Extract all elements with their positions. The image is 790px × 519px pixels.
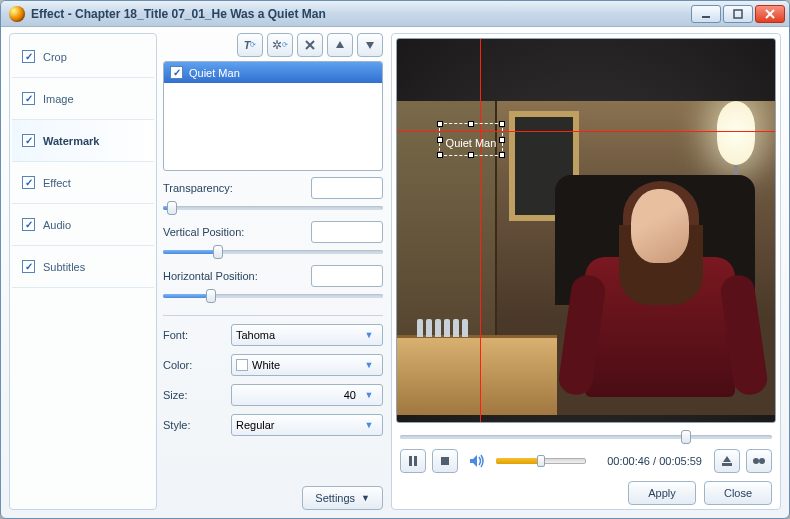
- horizontal-slider[interactable]: [163, 289, 383, 303]
- sidebar-item-label: Watermark: [43, 135, 99, 147]
- vertical-spinner[interactable]: ▲▼: [311, 221, 383, 243]
- close-button[interactable]: [755, 5, 785, 23]
- checkbox-icon[interactable]: ✓: [170, 66, 183, 79]
- close-dialog-button[interactable]: Close: [704, 481, 772, 505]
- chevron-down-icon: ▼: [360, 390, 378, 400]
- svg-marker-11: [470, 455, 477, 467]
- horizontal-position-control: Horizontal Position: ▲▼: [163, 265, 383, 303]
- scrub-slider[interactable]: [400, 430, 772, 444]
- preview-pane: Quiet Man 00:: [391, 33, 781, 510]
- transparency-control: Transparency: ▲▼: [163, 177, 383, 215]
- svg-rect-10: [441, 457, 449, 465]
- maximize-button[interactable]: [723, 5, 753, 23]
- move-up-button[interactable]: [327, 33, 353, 57]
- chevron-down-icon: ▼: [360, 330, 378, 340]
- font-combo[interactable]: Tahoma ▼: [231, 324, 383, 346]
- sidebar-item-label: Crop: [43, 51, 67, 63]
- add-image-watermark-button[interactable]: ✲⟳: [267, 33, 293, 57]
- style-value: Regular: [236, 419, 275, 431]
- svg-point-15: [759, 458, 765, 464]
- category-sidebar: ✓Crop✓Image✓Watermark✓Effect✓Audio✓Subti…: [9, 33, 157, 510]
- chevron-down-icon: ▼: [360, 420, 378, 430]
- app-icon: [9, 6, 25, 22]
- minimize-button[interactable]: [691, 5, 721, 23]
- move-down-button[interactable]: [357, 33, 383, 57]
- sidebar-item-image[interactable]: ✓Image: [12, 78, 154, 120]
- svg-rect-1: [734, 10, 742, 18]
- svg-rect-8: [409, 456, 412, 466]
- svg-point-14: [753, 458, 759, 464]
- checkbox-icon[interactable]: ✓: [22, 50, 35, 63]
- window-title: Effect - Chapter 18_Title 07_01_He Was a…: [31, 7, 691, 21]
- watermark-overlay-text: Quiet Man: [446, 137, 497, 149]
- time-total: 00:05:59: [659, 455, 702, 467]
- delete-watermark-button[interactable]: [297, 33, 323, 57]
- watermark-panel: T⟳ ✲⟳ ✓Quiet Man Transparency: ▲▼: [157, 33, 389, 510]
- svg-rect-9: [414, 456, 417, 466]
- horizontal-position-label: Horizontal Position:: [163, 270, 258, 282]
- color-label: Color:: [163, 359, 223, 371]
- horizontal-spinner[interactable]: ▲▼: [311, 265, 383, 287]
- size-label: Size:: [163, 389, 223, 401]
- sidebar-item-effect[interactable]: ✓Effect: [12, 162, 154, 204]
- add-text-watermark-button[interactable]: T⟳: [237, 33, 263, 57]
- checkbox-icon[interactable]: ✓: [22, 176, 35, 189]
- color-value: White: [252, 359, 280, 371]
- vertical-position-control: Vertical Position: ▲▼: [163, 221, 383, 259]
- checkbox-icon[interactable]: ✓: [22, 134, 35, 147]
- color-row: Color: White ▼: [163, 354, 383, 376]
- checkbox-icon[interactable]: ✓: [22, 260, 35, 273]
- snapshot-button[interactable]: [714, 449, 740, 473]
- time-current: 00:00:46: [607, 455, 650, 467]
- sidebar-item-crop[interactable]: ✓Crop: [12, 36, 154, 78]
- sidebar-item-label: Effect: [43, 177, 71, 189]
- style-combo[interactable]: Regular ▼: [231, 414, 383, 436]
- player-controls: 00:00:46 / 00:05:59: [396, 445, 776, 477]
- watermark-overlay[interactable]: Quiet Man: [439, 123, 504, 156]
- sidebar-item-label: Subtitles: [43, 261, 85, 273]
- size-combo[interactable]: 40 ▼: [231, 384, 383, 406]
- volume-icon[interactable]: [464, 449, 490, 473]
- time-display: 00:00:46 / 00:05:59: [607, 455, 702, 467]
- pause-button[interactable]: [400, 449, 426, 473]
- chevron-down-icon: ▼: [360, 360, 378, 370]
- chevron-down-icon: ▼: [361, 493, 370, 503]
- compare-button[interactable]: [746, 449, 772, 473]
- volume-slider[interactable]: [496, 457, 586, 465]
- svg-marker-7: [366, 42, 374, 49]
- sidebar-item-label: Image: [43, 93, 74, 105]
- stop-button[interactable]: [432, 449, 458, 473]
- video-preview[interactable]: Quiet Man: [396, 38, 776, 423]
- sidebar-item-watermark[interactable]: ✓Watermark: [12, 120, 154, 162]
- color-swatch-icon: [236, 359, 248, 371]
- titlebar[interactable]: Effect - Chapter 18_Title 07_01_He Was a…: [1, 1, 789, 27]
- vertical-position-label: Vertical Position:: [163, 226, 244, 238]
- style-row: Style: Regular ▼: [163, 414, 383, 436]
- list-item[interactable]: ✓Quiet Man: [164, 62, 382, 83]
- vertical-slider[interactable]: [163, 245, 383, 259]
- apply-button[interactable]: Apply: [628, 481, 696, 505]
- effect-window: Effect - Chapter 18_Title 07_01_He Was a…: [0, 0, 790, 519]
- style-label: Style:: [163, 419, 223, 431]
- settings-button-label: Settings: [315, 492, 355, 504]
- dialog-footer: Apply Close: [396, 477, 776, 505]
- sidebar-item-audio[interactable]: ✓Audio: [12, 204, 154, 246]
- font-row: Font: Tahoma ▼: [163, 324, 383, 346]
- svg-rect-12: [722, 463, 732, 466]
- font-value: Tahoma: [236, 329, 275, 341]
- guide-vertical: [480, 39, 481, 422]
- transparency-label: Transparency:: [163, 182, 233, 194]
- watermark-list[interactable]: ✓Quiet Man: [163, 61, 383, 171]
- svg-marker-6: [336, 41, 344, 48]
- sidebar-item-label: Audio: [43, 219, 71, 231]
- settings-button[interactable]: Settings ▼: [302, 486, 383, 510]
- transparency-spinner[interactable]: ▲▼: [311, 177, 383, 199]
- list-item-label: Quiet Man: [189, 67, 240, 79]
- font-label: Font:: [163, 329, 223, 341]
- size-row: Size: 40 ▼: [163, 384, 383, 406]
- sidebar-item-subtitles[interactable]: ✓Subtitles: [12, 246, 154, 288]
- transparency-slider[interactable]: [163, 201, 383, 215]
- checkbox-icon[interactable]: ✓: [22, 218, 35, 231]
- checkbox-icon[interactable]: ✓: [22, 92, 35, 105]
- color-combo[interactable]: White ▼: [231, 354, 383, 376]
